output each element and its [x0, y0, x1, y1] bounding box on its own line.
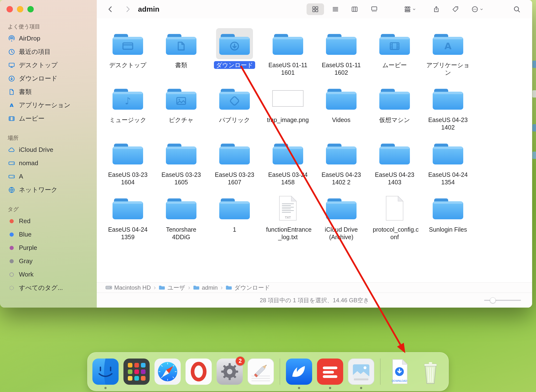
file-item[interactable]: パブリック [208, 83, 261, 138]
back-button[interactable] [104, 3, 117, 15]
dock-downloads-stack[interactable]: DOWNLOAD [386, 359, 413, 385]
file-item[interactable]: 書類 [154, 28, 208, 83]
share-button[interactable] [431, 3, 442, 15]
breadcrumb-item[interactable]: Macintosh HD [106, 284, 151, 291]
breadcrumb-item[interactable]: admin [193, 284, 218, 291]
tag-outline-icon [8, 271, 16, 278]
folder-icon [216, 193, 253, 224]
sidebar-item-clock[interactable]: 最近の項目 [3, 45, 93, 58]
disk-icon [8, 173, 16, 180]
file-item[interactable]: EaseUS 03-24 1458 [261, 138, 315, 193]
sidebar-item-label: 書類 [19, 88, 32, 96]
dock-image-viewer-app[interactable] [348, 359, 374, 385]
file-item[interactable]: EaseUS 03-23 1607 [208, 138, 261, 193]
file-item[interactable]: ダウンロード [208, 28, 261, 83]
sidebar-item-a[interactable]: A [3, 170, 93, 183]
close-button[interactable] [7, 6, 13, 12]
zoom-button[interactable] [27, 6, 34, 12]
folder-icon [323, 28, 360, 59]
sidebar-item-applications[interactable]: Aアプリケーション [3, 98, 93, 112]
dock-finder[interactable] [92, 359, 119, 385]
sidebar-item-tag-all[interactable]: すべてのタグ... [3, 281, 93, 294]
breadcrumb-label: admin [202, 284, 218, 291]
file-item[interactable]: Sunlogin Files [421, 193, 475, 247]
sidebar-item-work[interactable]: Work [3, 268, 93, 281]
sidebar-item-red[interactable]: Red [3, 214, 93, 228]
file-item[interactable]: ピクチャ [154, 83, 208, 138]
sidebar-item-airdrop[interactable]: AirDrop [3, 32, 93, 45]
file-item[interactable]: Tenorshare 4DDiG [154, 193, 208, 247]
file-name: EaseUS 03-23 1604 [104, 171, 152, 186]
sidebar-item-icloud-drive[interactable]: iCloud Drive [3, 143, 93, 156]
dock-launchpad[interactable] [123, 359, 150, 385]
sidebar-item-label: Blue [19, 231, 32, 238]
sidebar-item-label: 最近の項目 [19, 48, 51, 56]
network-icon [8, 186, 16, 194]
list-view-icon [332, 6, 339, 13]
file-item[interactable]: EaseUS 04-23 1402 [421, 83, 475, 138]
dock-trash[interactable] [417, 359, 444, 385]
file-item[interactable]: EaseUS 04-24 1354 [421, 138, 475, 193]
file-item[interactable]: protocol_config.conf [368, 193, 421, 247]
dock-opera[interactable] [186, 359, 212, 385]
file-item[interactable]: デスクトップ [101, 28, 154, 83]
breadcrumb-item[interactable]: ダウンロード [226, 284, 270, 292]
search-button[interactable] [511, 3, 523, 15]
folder-icon [269, 138, 306, 169]
file-item[interactable]: TXTfunctionEntrance_log.txt [261, 193, 315, 247]
file-name: ピクチャ [167, 116, 196, 124]
sidebar-item-purple[interactable]: Purple [3, 241, 93, 254]
sidebar-item-label: Purple [19, 244, 37, 252]
file-name: EaseUS 04-23 1402 [424, 116, 472, 131]
file-item[interactable]: EaseUS 01-11 1601 [261, 28, 315, 83]
sidebar-item-blue[interactable]: Blue [3, 228, 93, 241]
view-icon-view-button[interactable] [307, 3, 324, 15]
share-icon [433, 6, 440, 13]
minimize-button[interactable] [17, 6, 23, 12]
file-item[interactable]: 1 [208, 193, 261, 247]
file-item[interactable]: EaseUS 04-23 1403 [368, 138, 421, 193]
file-item[interactable]: EaseUS 01-11 1602 [315, 28, 368, 83]
zoom-slider[interactable] [484, 297, 521, 304]
file-item[interactable]: EaseUS 04-23 1402 2 [315, 138, 368, 193]
dock-text-editor[interactable] [248, 359, 274, 385]
file-item[interactable]: Videos [315, 83, 368, 138]
dock-system-settings[interactable]: 2 [217, 359, 243, 385]
more-button[interactable] [469, 3, 486, 15]
file-item[interactable]: EaseUS 03-23 1604 [101, 138, 154, 193]
sidebar-item-movies[interactable]: ムービー [3, 112, 93, 125]
folder-icon [376, 83, 413, 114]
view-column-view-button[interactable] [346, 3, 363, 15]
sidebar-item-nomad[interactable]: nomad [3, 156, 93, 170]
sidebar-item-document[interactable]: 書類 [3, 85, 93, 98]
dock-expressvpn[interactable] [317, 359, 343, 385]
breadcrumb-item[interactable]: ユーザ [159, 284, 185, 292]
file-item[interactable]: ムービー [368, 28, 421, 83]
tag-button[interactable] [450, 3, 461, 15]
dock-blue-wing-app[interactable] [286, 359, 312, 385]
tag-dot-icon [8, 231, 16, 238]
doc-file-icon [376, 193, 413, 224]
file-item[interactable]: EaseUS 03-23 1605 [154, 138, 208, 193]
zoom-slider-knob[interactable] [490, 297, 496, 303]
file-item[interactable]: 仮想マシン [368, 83, 421, 138]
file-item[interactable]: Aアプリケーション [421, 28, 475, 83]
file-name: EaseUS 03-24 1458 [264, 171, 312, 186]
sidebar-item-gray[interactable]: Gray [3, 254, 93, 268]
dock-safari[interactable] [154, 359, 181, 385]
file-name: EaseUS 03-23 1607 [211, 171, 259, 186]
sidebar-item-desktop[interactable]: デスクトップ [3, 58, 93, 72]
file-item[interactable]: tmp_image.png [261, 83, 315, 138]
sidebar-item-network[interactable]: ネットワーク [3, 183, 93, 196]
file-item[interactable]: ♪ミュージック [101, 83, 154, 138]
file-item[interactable]: iCloud Drive (Archive) [315, 193, 368, 247]
view-list-view-button[interactable] [327, 3, 344, 15]
group-view-button[interactable] [402, 3, 418, 15]
forward-button[interactable] [122, 3, 134, 15]
file-item[interactable]: EaseUS 04-24 1359 [101, 193, 154, 247]
file-name: protocol_config.conf [371, 226, 419, 241]
folder-icon [430, 193, 466, 224]
file-name: Sunlogin Files [427, 226, 469, 233]
sidebar-item-download[interactable]: ダウンロード [3, 72, 93, 85]
view-gallery-view-button[interactable] [365, 3, 383, 15]
